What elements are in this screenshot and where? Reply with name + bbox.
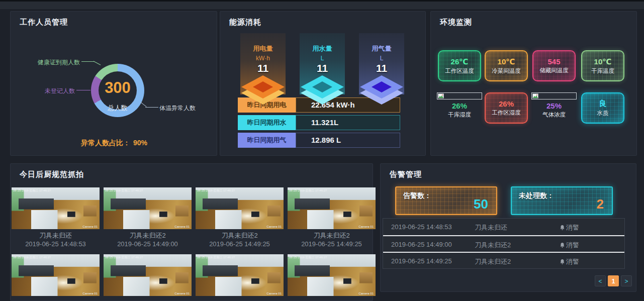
donut-label-unregistered: 未登记人数 [30, 87, 75, 95]
badge-label: 气体浓度 [542, 111, 566, 119]
alarm-thumbnail[interactable] [600, 219, 618, 235]
snapshot-item[interactable]: 06-25-2019 星期二 17:46:27 Camera 01 刀具未归还2… [196, 187, 284, 248]
table-row[interactable]: 2019-06-25 14:48:53 刀具未归还 消警 [383, 219, 624, 235]
camera-image[interactable]: 06-25-2019 星期二 17:46:27 Camera 01 [12, 254, 100, 296]
alarm-time: 2019-06-25 14:48:53 [391, 223, 452, 231]
panel-title: 工作人员管理 [20, 18, 68, 27]
badge-value: 良 [599, 99, 607, 109]
camera-timestamp-overlay: 06-25-2019 星期二 17:46:27 [289, 188, 327, 193]
environment-monitoring-panel: 环境监测 26℃ 工作区温度 10℃ 冷菜间温度 545 储藏间温度 10℃ 干… [430, 11, 637, 156]
label-line [94, 61, 101, 65]
badge-label: 储藏间温度 [539, 67, 569, 74]
badge-label: 工作区湿度 [492, 109, 521, 117]
badge-gas-concentration: 25% 气体浓度 [532, 92, 576, 124]
yesterday-gas-row: 昨日同期用气 12.896 L [238, 133, 400, 148]
water-card: 用水量 L 11 [300, 33, 345, 94]
bell-icon [560, 225, 565, 230]
kitchen-snapshot-panel: 今日后厨规范抓拍 06-25-2019 星期二 17:46:27 Camera … [10, 163, 373, 301]
badge-label: 干库湿度 [448, 111, 471, 119]
dismiss-alarm-label: 消警 [566, 241, 579, 250]
badge-work-area-humidity: 26% 工作区湿度 [485, 92, 528, 124]
camera-timestamp-overlay: 06-25-2019 星期二 17:46:27 [197, 188, 235, 193]
badge-value: 545 [547, 57, 560, 66]
staff-management-panel: 工作人员管理 300 总人数 健康证到期人数 未登记人数 体温异常人数 异常人数… [10, 11, 217, 156]
broken-image-placeholder [437, 92, 482, 99]
bell-icon [560, 259, 565, 264]
dismiss-alarm-label: 消警 [566, 223, 579, 232]
camera-image[interactable]: 06-25-2019 星期二 17:46:27 Camera 01 [12, 187, 100, 229]
donut-total-value: 300 [91, 79, 144, 97]
alarm-count-value: 50 [474, 196, 488, 212]
camera-image[interactable]: 06-25-2019 星期二 17:46:27 Camera 01 [104, 254, 192, 296]
camera-image[interactable]: 06-25-2019 星期二 17:46:27 Camera 01 [288, 254, 376, 296]
alarm-count-box: 告警数： 50 [395, 186, 497, 215]
snapshot-time: 2019-06-25 14:49:25 [196, 240, 284, 248]
camera-label-overlay: Camera 01 [266, 292, 282, 295]
badge-water-quality: 良 水质 [581, 92, 624, 124]
gas-value: 11 [359, 62, 404, 74]
electricity-card: 用电量 kW·h 11 [240, 33, 286, 94]
badge-value: 26% [452, 102, 467, 110]
row-value: 12.896 L [296, 133, 400, 148]
badge-cold-dish-temp: 10℃ 冷菜间温度 [485, 50, 528, 81]
camera-label-overlay: Camera 01 [82, 225, 98, 228]
label-line [81, 61, 95, 62]
table-row[interactable]: 2019-06-25 14:49:00 刀具未归还2 消警 [383, 235, 624, 252]
snapshot-item[interactable]: 06-25-2019 星期二 17:46:27 Camera 01 刀具未归还2… [104, 187, 192, 248]
camera-image[interactable]: 06-25-2019 星期二 17:46:27 Camera 01 [288, 187, 376, 229]
dismiss-alarm-button[interactable]: 消警 [560, 223, 579, 232]
alarm-thumbnail[interactable] [600, 237, 618, 252]
snapshot-time: 2019-06-25 14:49:25 [288, 240, 376, 248]
row-label: 昨日同期用气 [238, 133, 296, 148]
donut-label-health-cert: 健康证到期人数 [25, 58, 80, 67]
dismiss-alarm-label: 消警 [566, 257, 579, 266]
snapshot-item[interactable]: 06-25-2019 星期二 17:46:27 Camera 01 刀具未归还 … [12, 187, 100, 248]
panel-title: 环境监测 [440, 18, 472, 27]
snapshot-item[interactable]: 06-25-2019 星期二 17:46:27 Camera 01 刀具未归还2… [288, 187, 376, 248]
electricity-unit: kW·h [240, 55, 286, 62]
broken-image-placeholder [531, 92, 577, 99]
camera-image[interactable]: 06-25-2019 星期二 17:46:27 Camera 01 [196, 254, 284, 296]
yesterday-water-row: 昨日同期用水 11.321L [238, 115, 400, 130]
dismiss-alarm-button[interactable]: 消警 [560, 257, 579, 266]
badge-value: 25% [546, 102, 562, 110]
badge-label: 冷菜间温度 [492, 67, 521, 75]
electricity-label: 用电量 [240, 44, 286, 53]
top-bar [0, 0, 644, 9]
camera-image[interactable]: 06-25-2019 星期二 17:46:27 Camera 01 [104, 187, 192, 229]
pagination-page-1-button[interactable]: 1 [608, 275, 619, 286]
camera-label-overlay: Camera 01 [358, 225, 374, 228]
gas-label: 用气量 [359, 44, 404, 53]
alarm-count-label: 告警数： [403, 191, 431, 200]
camera-timestamp-overlay: 06-25-2019 星期二 17:46:27 [105, 188, 143, 193]
water-value: 11 [300, 62, 345, 74]
snapshot-item[interactable]: 06-25-2019 星期二 17:46:27 Camera 01 [12, 254, 100, 296]
snapshot-item[interactable]: 06-25-2019 星期二 17:46:27 Camera 01 [196, 254, 284, 296]
pagination-next-button[interactable]: > [621, 275, 632, 286]
platform-graphic [301, 75, 344, 98]
unhandled-count-value: 2 [597, 196, 604, 212]
snapshot-time: 2019-06-25 14:48:53 [12, 240, 100, 248]
label-line [76, 90, 90, 90]
badge-label: 水质 [597, 110, 609, 117]
abnormal-ratio: 异常人数占比：90% [11, 139, 218, 148]
badge-dry-storage-humidity: 26% 干库湿度 [438, 92, 481, 124]
abnormal-ratio-label: 异常人数占比： [79, 139, 132, 147]
snapshot-name: 刀具未归还 [12, 231, 100, 240]
donut-label-abnormal-temp: 体温异常人数 [159, 104, 196, 113]
snapshot-item[interactable]: 06-25-2019 星期二 17:46:27 Camera 01 [104, 254, 192, 296]
camera-label-overlay: Camera 01 [358, 292, 374, 295]
alarm-thumbnail[interactable] [600, 253, 618, 269]
dismiss-alarm-button[interactable]: 消警 [560, 241, 579, 250]
broken-image-icon [532, 93, 538, 98]
badge-value: 10℃ [594, 57, 612, 66]
pagination-prev-button[interactable]: < [595, 275, 606, 286]
water-label: 用水量 [300, 44, 345, 53]
camera-image[interactable]: 06-25-2019 星期二 17:46:27 Camera 01 [196, 187, 284, 229]
badge-label: 干库温度 [591, 67, 614, 75]
badge-value: 26℃ [451, 57, 469, 66]
snapshot-time: 2019-06-25 14:49:00 [104, 240, 192, 248]
badge-work-area-temp: 26℃ 工作区温度 [438, 50, 481, 81]
table-row[interactable]: 2019-06-25 14:49:25 刀具未归还2 消警 [383, 252, 624, 268]
snapshot-item[interactable]: 06-25-2019 星期二 17:46:27 Camera 01 [288, 254, 376, 296]
